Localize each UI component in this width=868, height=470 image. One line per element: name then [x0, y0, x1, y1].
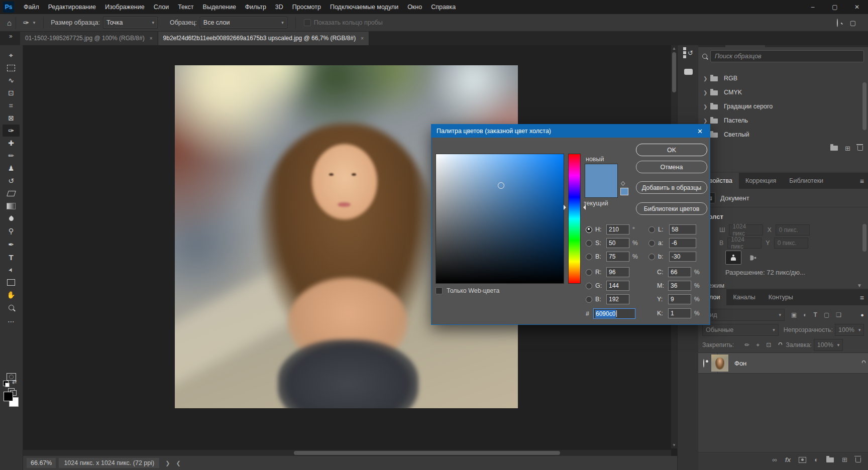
type-tool[interactable]: T: [3, 251, 20, 263]
chevron-right-icon[interactable]: ❯: [703, 90, 710, 95]
gamut-color-swatch[interactable]: [620, 188, 628, 195]
panel-menu-icon[interactable]: ≡: [860, 294, 864, 302]
b-input[interactable]: 75: [606, 252, 629, 262]
b-lab-radio[interactable]: [648, 254, 655, 260]
show-ring-checkbox[interactable]: [304, 19, 311, 26]
menu-plugins[interactable]: Подключаемые модули: [325, 4, 403, 11]
a-input[interactable]: -6: [669, 238, 696, 248]
hue-slider[interactable]: [568, 154, 581, 284]
r-input[interactable]: 96: [606, 267, 629, 277]
panel-menu-icon[interactable]: ≡: [860, 177, 864, 185]
horizontal-scrollbar[interactable]: [23, 450, 671, 456]
dialog-close-icon[interactable]: ✕: [695, 128, 705, 135]
menu-help[interactable]: Справка: [426, 4, 460, 11]
h-radio[interactable]: [586, 226, 592, 233]
forward-arrow-icon[interactable]: ❯: [165, 460, 170, 466]
new-group-icon[interactable]: [826, 457, 834, 462]
tab-adjustments[interactable]: Коррекция: [739, 173, 783, 189]
sample-size-dropdown[interactable]: Точка▾: [103, 17, 158, 29]
document-tab-2-active[interactable]: 9b2ef24d6f2b11eeb00892669a1675b3 upscale…: [158, 31, 369, 45]
lock-pixels-icon[interactable]: ✏: [744, 341, 749, 348]
dialog-title-bar[interactable]: Палитра цветов (заказной цвет холста) ✕: [431, 125, 710, 138]
history-brush-tool[interactable]: ↺: [3, 175, 20, 187]
tab-paths[interactable]: Контуры: [762, 289, 800, 305]
tab-close-icon[interactable]: ×: [361, 36, 364, 41]
tool-preset-caret-icon[interactable]: ▾: [33, 20, 36, 25]
landscape-orientation-button[interactable]: [745, 251, 761, 264]
blur-tool[interactable]: [3, 212, 20, 224]
layer-row-background[interactable]: Фон: [698, 352, 868, 374]
swatch-folder-pastel[interactable]: ❯ Пастель: [698, 113, 868, 128]
hand-tool[interactable]: ✋: [3, 289, 20, 301]
comments-panel-icon[interactable]: [681, 65, 695, 78]
ok-button[interactable]: OK: [636, 144, 707, 156]
object-selection-tool[interactable]: ⊡: [3, 87, 20, 99]
path-selection-tool[interactable]: ➤: [3, 264, 20, 276]
menu-type[interactable]: Текст: [173, 4, 198, 11]
chevron-right-icon[interactable]: ❯: [703, 118, 710, 124]
cancel-button[interactable]: Отмена: [636, 161, 707, 173]
y-input[interactable]: 9: [668, 294, 691, 304]
swatch-search-input[interactable]: Поиск образцов: [710, 50, 864, 62]
layer-name[interactable]: Фон: [734, 360, 746, 367]
menu-window[interactable]: Окно: [403, 4, 426, 11]
swatch-folder-light[interactable]: ❯ Светлый: [698, 128, 868, 142]
new-swatch-icon[interactable]: ⊞: [845, 145, 850, 152]
frame-tool[interactable]: ⊠: [3, 112, 20, 124]
crop-tool[interactable]: ⌗: [3, 99, 20, 111]
filter-type-icon[interactable]: T: [814, 311, 817, 318]
k-input[interactable]: 1: [668, 308, 691, 318]
scroll-down-icon[interactable]: ▼: [857, 283, 862, 288]
link-layers-icon[interactable]: ∞: [772, 456, 777, 463]
blend-mode-dropdown[interactable]: Обычные▾: [702, 324, 779, 336]
close-button[interactable]: ✕: [846, 0, 868, 14]
lock-artboard-icon[interactable]: ⊡: [766, 341, 771, 348]
color-libraries-button[interactable]: Библиотеки цветов: [636, 202, 707, 215]
brush-tool[interactable]: ✏: [3, 150, 20, 162]
zoom-tool[interactable]: [3, 301, 20, 313]
menu-select[interactable]: Выделение: [198, 4, 241, 11]
dodge-tool[interactable]: ⚲: [3, 225, 20, 237]
b2-input[interactable]: 192: [606, 294, 629, 304]
swatch-folder-grayscale[interactable]: ❯ Градации серого: [698, 99, 868, 113]
g-radio[interactable]: [586, 283, 592, 289]
sample-dropdown[interactable]: Все слои▾: [200, 17, 287, 29]
color-field-marker[interactable]: [498, 182, 504, 189]
properties-scrollbar[interactable]: [862, 216, 867, 282]
edit-toolbar-button[interactable]: ⋯: [3, 315, 20, 327]
tab-libraries[interactable]: Библиотеки: [783, 173, 830, 189]
s-input[interactable]: 50: [606, 238, 629, 248]
healing-brush-tool[interactable]: ✚: [3, 137, 20, 149]
foreground-color-swatch[interactable]: [4, 392, 13, 401]
home-icon[interactable]: ⌂: [7, 19, 12, 27]
filter-image-icon[interactable]: ▣: [791, 311, 797, 318]
gamut-warning-icon[interactable]: ⬦: [621, 180, 625, 187]
menu-filter[interactable]: Фильтр: [241, 4, 271, 11]
l-input[interactable]: 58: [669, 224, 696, 234]
portrait-orientation-button[interactable]: [725, 251, 741, 265]
b-radio[interactable]: [586, 254, 592, 260]
b-lab-input[interactable]: -30: [669, 252, 696, 262]
saturation-brightness-field[interactable]: [436, 154, 564, 284]
new-layer-icon[interactable]: ⊞: [842, 456, 847, 463]
swatches-scrollbar[interactable]: [862, 72, 867, 163]
menu-image[interactable]: Изображение: [100, 4, 149, 11]
filter-smart-icon[interactable]: ❏: [836, 311, 841, 318]
menu-view[interactable]: Просмотр: [288, 4, 325, 11]
menu-layers[interactable]: Слои: [149, 4, 173, 11]
history-panel-icon[interactable]: ↺: [681, 46, 695, 59]
new-group-icon[interactable]: [830, 146, 838, 151]
zoom-level[interactable]: 66.67%: [27, 458, 56, 468]
delete-layer-icon[interactable]: [855, 457, 861, 462]
filter-shape-icon[interactable]: ▢: [824, 311, 829, 318]
lock-position-icon[interactable]: ⌖: [756, 341, 759, 348]
add-to-swatches-button[interactable]: Добавить в образцы: [636, 181, 707, 194]
clone-stamp-tool[interactable]: ♟: [3, 162, 20, 174]
document-tab-1[interactable]: 01-1502-1985267725.jpg @ 100% (RGB/8#)×: [20, 31, 158, 45]
eyedropper-tool-icon[interactable]: ✑: [23, 19, 29, 27]
fill-field[interactable]: 100%▾: [814, 339, 843, 351]
gradient-tool[interactable]: [3, 200, 20, 212]
minimize-button[interactable]: –: [802, 0, 824, 14]
layer-effects-icon[interactable]: fx: [785, 456, 791, 463]
opacity-field[interactable]: 100%▾: [835, 324, 864, 336]
